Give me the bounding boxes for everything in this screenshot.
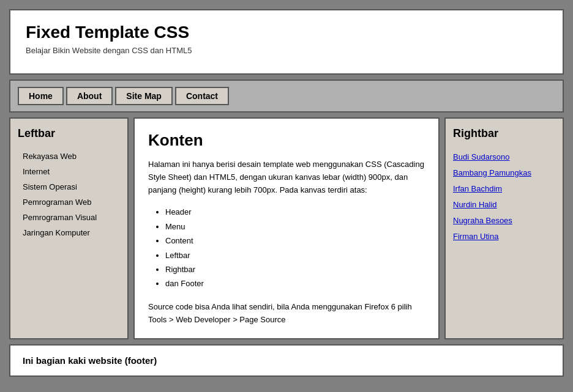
rightbar-link[interactable]: Bambang Pamungkas <box>453 168 531 177</box>
list-item: Irfan Bachdim <box>453 180 555 196</box>
leftbar-title: Leftbar <box>18 127 120 140</box>
list-item: Leftbar <box>165 248 425 262</box>
list-item: Content <box>165 234 425 248</box>
rightbar-link[interactable]: Irfan Bachdim <box>453 184 502 193</box>
footer-text: Ini bagian kaki website (footer) <box>23 355 550 366</box>
list-item: Bambang Pamungkas <box>453 165 555 180</box>
list-item: Jaringan Komputer <box>18 225 120 240</box>
site-title: Fixed Template CSS <box>26 23 547 42</box>
nav-contact-button[interactable]: Contact <box>175 87 229 105</box>
list-item: Rightbar <box>165 262 425 276</box>
nav-bar: Home About Site Map Contact <box>18 87 555 105</box>
page-wrapper: Fixed Template CSS Belajar Bikin Website… <box>9 9 564 377</box>
leftbar-list: Rekayasa Web Internet Sistem Operasi Pem… <box>18 149 120 240</box>
source-text: Source code bisa Anda lihat sendiri, bil… <box>148 301 425 327</box>
leftbar: Leftbar Rekayasa Web Internet Sistem Ope… <box>9 117 129 339</box>
list-item: Pemrograman Visual <box>18 210 120 225</box>
content-list: Header Menu Content Leftbar Rightbar dan… <box>148 205 425 290</box>
rightbar-list: Budi Sudarsono Bambang Pamungkas Irfan B… <box>453 149 555 244</box>
rightbar-link[interactable]: Firman Utina <box>453 232 498 241</box>
rightbar-title: Rightbar <box>453 127 555 140</box>
nav-sitemap-button[interactable]: Site Map <box>115 87 173 105</box>
list-item: Internet <box>18 164 120 179</box>
list-item: Sistem Operasi <box>18 179 120 194</box>
nav-about-button[interactable]: About <box>66 87 113 105</box>
rightbar-link[interactable]: Nugraha Besoes <box>453 216 512 225</box>
nav-section: Home About Site Map Contact <box>9 80 564 113</box>
list-item: Nurdin Halid <box>453 196 555 212</box>
rightbar-link[interactable]: Nurdin Halid <box>453 200 497 209</box>
header-section: Fixed Template CSS Belajar Bikin Website… <box>9 9 564 75</box>
list-item: Budi Sudarsono <box>453 149 555 165</box>
main-section: Leftbar Rekayasa Web Internet Sistem Ope… <box>9 117 564 339</box>
list-item: Nugraha Besoes <box>453 212 555 228</box>
list-item: Pemrograman Web <box>18 194 120 210</box>
content-title: Konten <box>148 131 425 150</box>
list-item: Rekayasa Web <box>18 149 120 164</box>
content-area: Konten Halaman ini hanya berisi desain t… <box>133 117 440 339</box>
rightbar-link[interactable]: Budi Sudarsono <box>453 152 510 161</box>
list-item: Menu <box>165 220 425 234</box>
list-item: dan Footer <box>165 276 425 290</box>
content-paragraph: Halaman ini hanya berisi desain template… <box>148 158 425 196</box>
rightbar: Rightbar Budi Sudarsono Bambang Pamungka… <box>444 117 564 339</box>
nav-home-button[interactable]: Home <box>18 87 64 105</box>
list-item: Header <box>165 205 425 219</box>
site-subtitle: Belajar Bikin Website dengan CSS dan HTM… <box>26 46 547 55</box>
footer-section: Ini bagian kaki website (footer) <box>9 344 564 377</box>
list-item: Firman Utina <box>453 228 555 244</box>
